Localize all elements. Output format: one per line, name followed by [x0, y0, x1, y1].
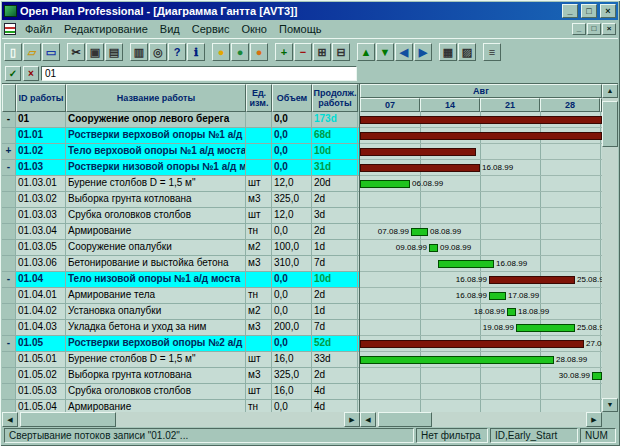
task-bar[interactable]	[489, 292, 506, 300]
cell-unit[interactable]: м2	[246, 304, 272, 319]
cell-name[interactable]: Бетонирование и выстойка бетона	[66, 256, 246, 271]
cell-unit[interactable]	[246, 128, 272, 143]
cell-id[interactable]: 01.03.04	[16, 224, 66, 239]
summary-bar[interactable]	[489, 276, 575, 284]
print-button[interactable]: ▥	[130, 43, 148, 61]
cell-unit[interactable]: шт	[246, 208, 272, 223]
cell-unit[interactable]: м3	[246, 368, 272, 383]
cell-dur[interactable]: 2d	[312, 224, 358, 239]
copy-button[interactable]: ▣	[86, 43, 104, 61]
cut-button[interactable]: ✂	[67, 43, 85, 61]
cell-id[interactable]: 01.03.05	[16, 240, 66, 255]
cell-dur[interactable]: 2d	[312, 368, 358, 383]
cell-id[interactable]: 01.04	[16, 272, 66, 287]
cell-id[interactable]: 01.03	[16, 160, 66, 175]
cell-dur[interactable]: 52d	[312, 336, 358, 351]
link-activities-button[interactable]: ⊞	[313, 43, 331, 61]
demote-button[interactable]: ▶	[414, 43, 432, 61]
scroll-up-button[interactable]: ▲	[602, 84, 618, 98]
cell-vol[interactable]: 12,0	[272, 176, 312, 191]
cell-id[interactable]: 01.01	[16, 128, 66, 143]
cell-unit[interactable]: м3	[246, 256, 272, 271]
cell-name[interactable]: Сооружение опор левого берега	[66, 112, 246, 127]
cell-unit[interactable]	[246, 336, 272, 351]
mdi-minimize-button[interactable]: _	[572, 23, 586, 35]
mdi-close-button[interactable]: ×	[602, 23, 616, 35]
cell-vol[interactable]: 12,0	[272, 208, 312, 223]
header-unit[interactable]: Ед. изм.	[246, 84, 272, 112]
cell-dur[interactable]: 31d	[312, 160, 358, 175]
cell-id[interactable]: 01.05	[16, 336, 66, 351]
menu-item[interactable]: Помощь	[273, 22, 328, 36]
cell-name[interactable]: Выборка грунта котлована	[66, 368, 246, 383]
delete-activity-button[interactable]: −	[294, 43, 312, 61]
move-down-button[interactable]: ▼	[376, 43, 394, 61]
cell-unit[interactable]: м2	[246, 240, 272, 255]
cell-vol[interactable]: 310,0	[272, 256, 312, 271]
scroll-down-button[interactable]: ▼	[602, 398, 618, 412]
collapse-toggle[interactable]: +	[2, 144, 16, 159]
time-analysis-button[interactable]: ●	[212, 43, 230, 61]
menu-item[interactable]: Файл	[19, 22, 58, 36]
task-bar[interactable]	[360, 180, 410, 188]
task-bar[interactable]	[429, 244, 438, 252]
collapse-toggle[interactable]: -	[2, 112, 16, 127]
cell-unit[interactable]: шт	[246, 352, 272, 367]
gantt-scroll-thumb[interactable]	[378, 412, 432, 427]
header-volume[interactable]: Объем	[272, 84, 312, 112]
cell-unit[interactable]: м3	[246, 320, 272, 335]
cell-dur[interactable]: 7d	[312, 320, 358, 335]
close-button[interactable]: ×	[600, 4, 616, 18]
cell-vol[interactable]: 0,0	[272, 160, 312, 175]
menu-item[interactable]: Окно	[235, 22, 273, 36]
cell-name[interactable]: Ростверки верховой опоры №1 а/д	[66, 128, 246, 143]
cell-vol[interactable]: 16,0	[272, 352, 312, 367]
table-scroll-track[interactable]	[18, 412, 344, 427]
cell-vol[interactable]: 0,0	[272, 288, 312, 303]
cell-name[interactable]: Укладка бетона и уход за ним	[66, 320, 246, 335]
cell-dur[interactable]: 4d	[312, 384, 358, 399]
cell-name[interactable]: Армирование тела	[66, 288, 246, 303]
cell-unit[interactable]	[246, 160, 272, 175]
cell-vol[interactable]: 325,0	[272, 368, 312, 383]
cell-name[interactable]: Срубка оголовков столбов	[66, 384, 246, 399]
help-button[interactable]: ?	[168, 43, 186, 61]
cell-vol[interactable]: 100,0	[272, 240, 312, 255]
menu-item[interactable]: Сервис	[186, 22, 236, 36]
cell-unit[interactable]: тн	[246, 224, 272, 239]
cell-edit-input[interactable]	[41, 66, 357, 81]
cell-vol[interactable]: 0,0	[272, 400, 312, 412]
summary-bar[interactable]	[360, 132, 602, 140]
collapse-toggle[interactable]: -	[2, 336, 16, 351]
summary-bar[interactable]	[360, 148, 476, 156]
cell-unit[interactable]	[246, 112, 272, 127]
cell-vol[interactable]: 0,0	[272, 272, 312, 287]
vertical-scroll-thumb[interactable]	[602, 101, 618, 147]
move-up-button[interactable]: ▲	[357, 43, 375, 61]
task-bar[interactable]	[516, 324, 575, 332]
chart-view-button[interactable]: ▨	[458, 43, 476, 61]
gantt-scroll-left-button[interactable]: ◀	[360, 412, 376, 427]
context-help-button[interactable]: ℹ	[187, 43, 205, 61]
cell-id[interactable]: 01.02	[16, 144, 66, 159]
minimize-button[interactable]: _	[562, 4, 578, 18]
paste-button[interactable]: ▤	[105, 43, 123, 61]
header-duration[interactable]: Продолж. работы	[312, 84, 358, 112]
cell-vol[interactable]: 325,0	[272, 192, 312, 207]
cell-id[interactable]: 01.04.01	[16, 288, 66, 303]
cell-dur[interactable]: 33d	[312, 352, 358, 367]
cell-dur[interactable]: 7d	[312, 256, 358, 271]
cell-dur[interactable]: 2d	[312, 288, 358, 303]
risk-analysis-button[interactable]: ●	[250, 43, 268, 61]
summary-bar[interactable]	[360, 116, 602, 124]
cancel-edit-button[interactable]: ×	[23, 66, 39, 81]
cell-vol[interactable]: 0,0	[272, 128, 312, 143]
scroll-right-button[interactable]: ▶	[344, 412, 360, 427]
cell-name[interactable]: Армирование	[66, 400, 246, 412]
calculate-button[interactable]: ▦	[439, 43, 457, 61]
cell-name[interactable]: Армирование	[66, 224, 246, 239]
task-bar[interactable]	[592, 372, 602, 380]
cell-vol[interactable]: 0,0	[272, 304, 312, 319]
summary-bar[interactable]	[360, 164, 480, 172]
summary-bar[interactable]	[360, 340, 584, 348]
